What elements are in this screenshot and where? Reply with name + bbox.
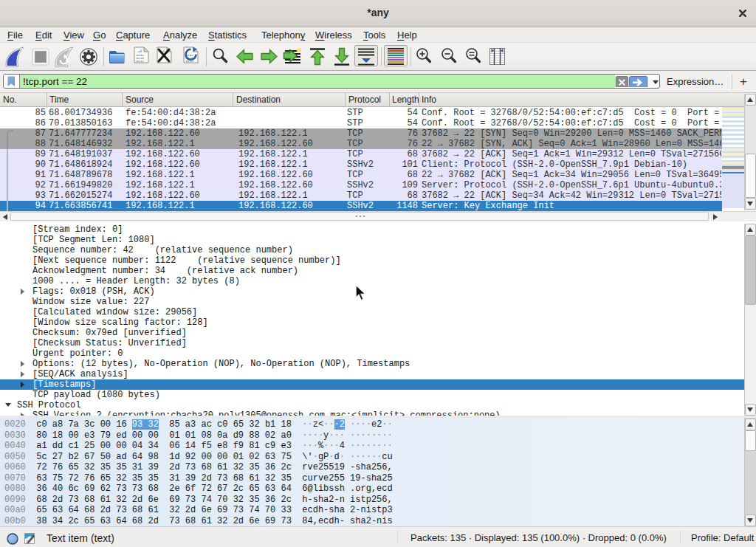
svg-text:0111: 0111 [136,59,144,63]
